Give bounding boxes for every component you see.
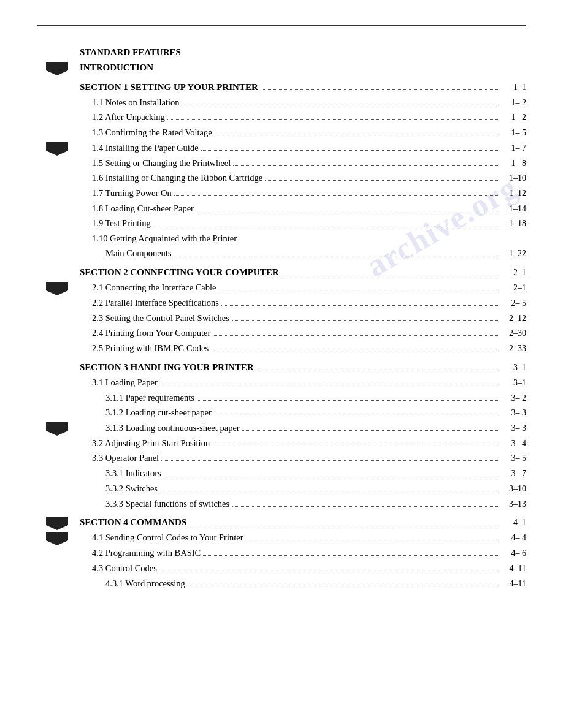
toc-label: INTRODUCTION <box>80 61 153 75</box>
toc-dots <box>215 135 499 135</box>
toc-page: 3– 4 <box>502 437 526 450</box>
toc-label: 4.3.1 Word processing <box>105 577 185 590</box>
arrow-icon <box>46 422 68 439</box>
toc-label: 4.1 Sending Control Codes to Your Printe… <box>92 531 243 544</box>
toc-page: 1–1 <box>502 81 526 94</box>
arrow-icon <box>46 142 68 159</box>
toc-page: 1–12 <box>502 187 526 200</box>
toc-dots <box>164 476 499 476</box>
toc-page: 1– 7 <box>502 142 526 155</box>
toc-page: 3– 5 <box>502 452 526 465</box>
toc-entry-s1-4: 1.4 Installing the Paper Guide1– 7 <box>80 141 526 155</box>
toc-page: 4–11 <box>502 562 526 575</box>
toc-label: 1.6 Installing or Changing the Ribbon Ca… <box>92 171 262 184</box>
toc-entry-s3-2: 3.2 Adjusting Print Start Position3– 4 <box>80 436 526 450</box>
toc-label: Main Components <box>105 246 172 260</box>
toc-dots <box>182 105 499 105</box>
toc-page: 1– 5 <box>502 126 526 140</box>
toc-page: 4– 6 <box>502 547 526 560</box>
toc-label: 2.3 Setting the Control Panel Switches <box>92 311 229 325</box>
toc-label: 4.2 Programming with BASIC <box>92 546 201 559</box>
toc-dots <box>197 400 499 401</box>
toc-page: 2–30 <box>502 327 526 340</box>
toc-dots <box>159 571 499 571</box>
toc-page: 4–11 <box>502 577 526 591</box>
toc-dots <box>211 351 499 351</box>
toc-label: SECTION 4 COMMANDS <box>80 515 186 529</box>
toc-entry-s3-3: 3.3 Operator Panel3– 5 <box>80 451 526 465</box>
toc-dots <box>261 89 499 90</box>
toc-page: 1–10 <box>502 172 526 185</box>
toc-entry-intro: INTRODUCTION <box>80 61 526 75</box>
toc-label: 2.1 Connecting the Interface Cable <box>92 281 216 294</box>
toc-page: 3–10 <box>502 482 526 496</box>
toc-entry-s2-5: 2.5 Printing with IBM PC Codes2–33 <box>80 341 526 355</box>
toc-page: 3–1 <box>502 376 526 390</box>
toc-label: SECTION 3 HANDLING YOUR PRINTER <box>80 360 254 374</box>
toc-dots <box>212 446 499 446</box>
toc-label: 2.5 Printing with IBM PC Codes <box>92 341 209 355</box>
toc-entry-s3-3-2: 3.3.2 Switches3–10 <box>80 482 526 496</box>
toc-entry-std-features: STANDARD FEATURES <box>80 45 526 59</box>
toc-page: 1– 2 <box>502 96 526 110</box>
toc-entry-s3-1: 3.1 Loading Paper3–1 <box>80 376 526 390</box>
toc-page: 2–12 <box>502 312 526 325</box>
toc-page: 4– 4 <box>502 531 526 545</box>
toc-entry-s1-3: 1.3 Confirming the Rated Voltage1– 5 <box>80 126 526 140</box>
toc-page: 3–1 <box>502 361 526 374</box>
toc-entry-s3-1-2: 3.1.2 Loading cut-sheet paper3– 3 <box>80 406 526 420</box>
toc-wrapper: STANDARD FEATURES INTRODUCTIONSECTION 1 … <box>37 45 526 590</box>
toc-dots <box>242 430 499 431</box>
toc-entry-s3-1-3: 3.1.3 Loading continuous-sheet paper3– 3 <box>80 421 526 435</box>
toc-entry-s1-5: 1.5 Setting or Changing the Printwheel1–… <box>80 156 526 170</box>
toc-entry-s1-10b: Main Components1–22 <box>80 246 526 260</box>
toc-dots <box>201 150 499 151</box>
toc-dots <box>232 320 499 321</box>
toc-entry-sec1: SECTION 1 SETTING UP YOUR PRINTER1–1 <box>80 80 526 94</box>
toc-dots <box>265 180 499 181</box>
toc-dots <box>219 290 499 290</box>
toc-label: 1.3 Confirming the Rated Voltage <box>92 126 212 139</box>
toc-entry-sec4: SECTION 4 COMMANDS4–1 <box>80 515 526 529</box>
toc-dots <box>167 119 499 120</box>
toc-label: 1.7 Turning Power On <box>92 186 172 200</box>
arrow-icon <box>46 532 68 549</box>
toc-entry-s1-1: 1.1 Notes on Installation1– 2 <box>80 96 526 110</box>
toc-entry-s2-3: 2.3 Setting the Control Panel Switches2–… <box>80 311 526 325</box>
toc-page: 4–1 <box>502 516 526 529</box>
toc-page: 3– 3 <box>502 406 526 420</box>
toc-label: 3.2 Adjusting Print Start Position <box>92 436 210 450</box>
toc-label: 3.3.3 Special functions of switches <box>105 497 229 510</box>
toc-label: SECTION 2 CONNECTING YOUR COMPUTER <box>80 265 278 279</box>
toc-dots <box>281 275 499 275</box>
toc-dots <box>213 335 499 336</box>
toc-dots <box>221 305 499 306</box>
toc-dots <box>232 506 499 507</box>
toc-dots <box>174 195 499 196</box>
toc-dots <box>214 415 499 415</box>
arrow-icon <box>46 62 68 79</box>
toc-entry-s1-6: 1.6 Installing or Changing the Ribbon Ca… <box>80 171 526 185</box>
toc-dots <box>153 226 499 226</box>
toc-label: 2.2 Parallel Interface Specifications <box>92 296 219 309</box>
toc-entry-s1-10a: 1.10 Getting Acquainted with the Printer <box>80 232 526 245</box>
toc-label: 3.1.3 Loading continuous-sheet paper <box>105 421 240 434</box>
toc-entry-sec2: SECTION 2 CONNECTING YOUR COMPUTER2–1 <box>80 265 526 279</box>
toc-page: 1–22 <box>502 247 526 260</box>
toc-dots <box>256 370 499 370</box>
toc-entry-s1-9: 1.9 Test Printing1–18 <box>80 216 526 230</box>
toc-label: 1.8 Loading Cut-sheet Paper <box>92 202 194 215</box>
toc-page: 3– 2 <box>502 392 526 405</box>
toc-entry-s4-3: 4.3 Control Codes4–11 <box>80 561 526 575</box>
toc-page: 1–18 <box>502 217 526 230</box>
toc-dots <box>203 555 499 556</box>
toc-label: 4.3 Control Codes <box>92 561 157 575</box>
toc-entry-s1-8: 1.8 Loading Cut-sheet Paper1–14 <box>80 202 526 216</box>
toc-entry-s4-2: 4.2 Programming with BASIC4– 6 <box>80 546 526 560</box>
toc-label: 1.10 Getting Acquainted with the Printer <box>92 232 237 245</box>
toc-entry-s1-7: 1.7 Turning Power On1–12 <box>80 186 526 200</box>
toc-page: 2– 5 <box>502 297 526 310</box>
top-rule <box>37 25 526 26</box>
toc-page: 3– 3 <box>502 422 526 435</box>
toc-label: 3.1.2 Loading cut-sheet paper <box>105 406 212 419</box>
